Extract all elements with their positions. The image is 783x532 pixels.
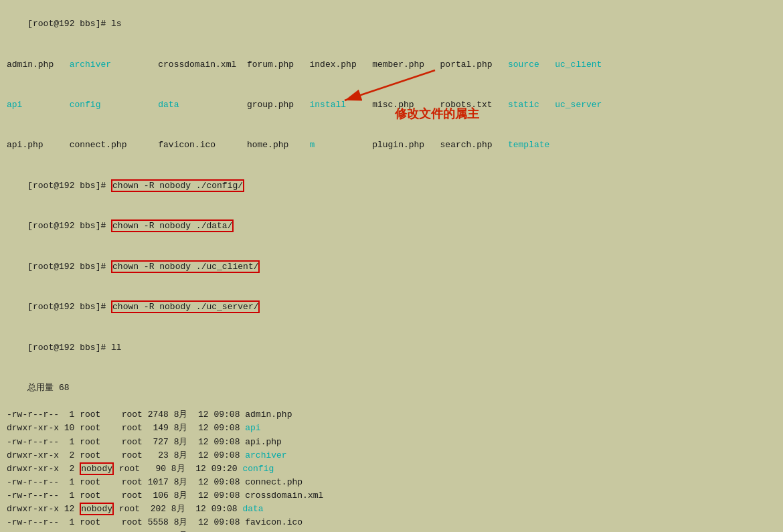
nobody-owner: nobody [80,462,114,475]
ls-item: api.php [7,140,70,150]
file-row: -rw-r--r-- 1 root root 1017 8月 12 09:08 … [7,476,776,489]
file-row-data: drwxr-xr-x 12 nobody root 202 8月 12 09:0… [7,503,776,516]
ls-item: forum.php [247,60,310,70]
ll-command-line: [root@192 bbs]# ll [7,327,776,367]
file-row: -rw-r--r-- 1 root root 5558 8月 12 09:08 … [7,516,776,529]
total-line: 总用量 68 [7,368,776,408]
chown-cmd-3: [root@192 bbs]# chown -R nobody ./uc_cli… [7,247,776,287]
ls-item: data [158,100,247,110]
perms: -rw-r--r-- 1 root root 2748 8月 12 09:08 [7,410,245,420]
perms: -rw-r--r-- 1 root root 5558 8月 12 09:08 [7,517,245,527]
prompt-text: [root@192 bbs]# [27,221,111,231]
chown-cmd-1: [root@192 bbs]# chown -R nobody ./config… [7,166,776,206]
ls-item: archiver [70,60,159,70]
ls-item: home.php [247,140,310,150]
ls-output-row3: api.php connect.php favicon.ico home.php… [7,125,776,165]
ls-item: static [508,100,555,110]
file-row: drwxr-xr-x 2 root root 23 8月 12 09:08 ar… [7,449,776,462]
file-row: -rw-r--r-- 1 root root 2245 8月 12 09:08 … [7,529,776,532]
filename: archiver [245,450,286,460]
filename: api.php [245,437,282,447]
ls-item: config [70,100,159,110]
chown-cmd-2: [root@192 bbs]# chown -R nobody ./data/ [7,206,776,246]
ls-item: connect.php [70,140,159,150]
perms: -rw-r--r-- 1 root root 1017 8月 12 09:08 [7,477,245,487]
perms: drwxr-xr-x 10 root root 149 8月 12 09:08 [7,423,245,433]
file-row-config: drwxr-xr-x 2 nobody root 90 8月 12 09:20 … [7,462,776,476]
chown-command-2: chown -R nobody ./data/ [111,219,234,232]
chown-command-4: chown -R nobody ./uc_server/ [111,300,260,313]
terminal: [root@192 bbs]# ls admin.php archiver cr… [0,0,783,532]
ls-item: m [310,140,373,150]
filename: admin.php [245,410,292,420]
ls-output-row1: admin.php archiver crossdomain.xml forum… [7,44,776,84]
file-row: -rw-r--r-- 1 root root 727 8月 12 09:08 a… [7,436,776,449]
ls-item: crossdomain.xml [158,60,247,70]
perms-rest: root 202 8月 12 09:08 [114,504,242,514]
prompt: [root@192 bbs]# ll [27,343,121,353]
perms: drwxr-xr-x 12 [7,504,80,514]
ls-item: group.php [247,100,310,110]
ls-item: source [508,60,555,70]
prompt: [root@192 bbs]# ls [27,19,121,29]
annotation-label: 修改文件的属主 [395,106,479,122]
prompt-text: [root@192 bbs]# [27,262,111,272]
total-text: 总用量 68 [27,383,69,393]
ls-item: api [7,100,70,110]
ls-command-line: [root@192 bbs]# ls [7,4,776,44]
filename: data [242,504,263,514]
ls-item: uc_server [555,100,602,110]
ls-item: admin.php [7,60,70,70]
annotation-text: 修改文件的属主 [395,107,479,120]
ls-item: install [310,100,373,110]
filename: config [242,464,274,474]
file-row: -rw-r--r-- 1 root root 106 8月 12 09:08 c… [7,489,776,503]
ls-item: portal.php [440,60,508,70]
filename: crossdomain.xml [245,491,323,501]
perms: drwxr-xr-x 2 [7,464,80,474]
chown-command-1: chown -R nobody ./config/ [111,179,244,192]
ls-item: favicon.ico [158,140,247,150]
filename: api [245,423,260,433]
perms: drwxr-xr-x 2 root root 23 8月 12 09:08 [7,450,245,460]
ls-item: uc_client [555,60,602,70]
prompt-text: [root@192 bbs]# [27,181,111,191]
file-row: drwxr-xr-x 10 root root 149 8月 12 09:08 … [7,422,776,435]
ls-item: member.php [372,60,440,70]
perms: -rw-r--r-- 1 root root 727 8月 12 09:08 [7,437,245,447]
nobody-owner: nobody [80,503,114,515]
perms: -rw-r--r-- 1 root root 106 8月 12 09:08 [7,491,245,501]
perms-rest: root 90 8月 12 09:20 [114,464,242,474]
ls-item: plugin.php [372,140,440,150]
file-row: -rw-r--r-- 1 root root 2748 8月 12 09:08 … [7,408,776,422]
chown-cmd-4: [root@192 bbs]# chown -R nobody ./uc_ser… [7,287,776,327]
filename: connect.php [245,477,302,487]
chown-command-3: chown -R nobody ./uc_client/ [111,260,260,273]
ls-item: template [508,140,549,150]
filename: favicon.ico [245,517,302,527]
ls-item: index.php [310,60,373,70]
ls-item: search.php [440,140,508,150]
ls-output-row2: api config data group.php install misc.p… [7,85,776,125]
prompt-text: [root@192 bbs]# [27,302,111,312]
